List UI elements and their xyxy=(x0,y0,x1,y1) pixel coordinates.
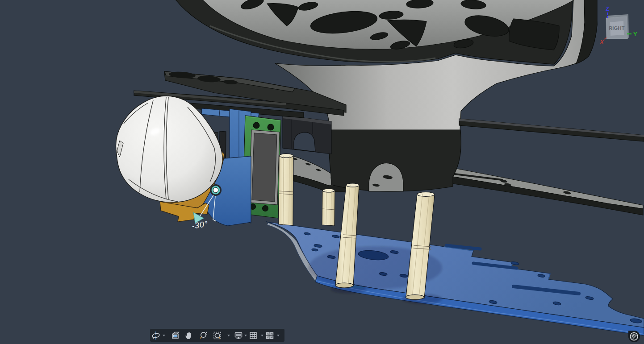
display-settings-button[interactable] xyxy=(234,331,243,340)
display-settings-dropdown-caret[interactable] xyxy=(243,334,248,337)
standoff xyxy=(322,189,335,226)
navigation-toolbar xyxy=(150,329,284,342)
pan-button[interactable] xyxy=(184,331,193,340)
joint-marker[interactable] xyxy=(210,184,222,196)
viewports-dropdown-caret[interactable] xyxy=(276,334,280,337)
view-cube-face-label: RIGHT xyxy=(609,25,625,31)
fit-button[interactable] xyxy=(213,331,222,340)
model-canvas[interactable]: -30° RIGHT Z Y X xyxy=(0,0,644,344)
axis-y-label: Y xyxy=(633,31,637,37)
grid-and-snaps-button[interactable] xyxy=(248,331,258,340)
pan-hand-icon xyxy=(185,332,191,339)
duct-lower-band[interactable] xyxy=(329,130,461,191)
grid-and-snaps-dropdown-caret[interactable] xyxy=(260,334,264,337)
orbit-button[interactable] xyxy=(151,331,161,340)
cad-viewport[interactable]: -30° RIGHT Z Y X xyxy=(0,0,644,344)
fit-dropdown-caret[interactable] xyxy=(226,334,231,337)
zoom-button[interactable] xyxy=(198,331,208,340)
axis-x-label: X xyxy=(600,39,604,45)
orbit-dropdown-caret[interactable] xyxy=(162,334,166,337)
pcb-component xyxy=(249,130,280,205)
look-at-button[interactable] xyxy=(171,331,180,340)
axis-z-label: Z xyxy=(606,5,609,12)
center-column[interactable] xyxy=(283,115,331,154)
viewports-button[interactable] xyxy=(265,331,275,340)
standoff xyxy=(279,154,293,226)
job-status-badge[interactable] xyxy=(627,329,641,343)
